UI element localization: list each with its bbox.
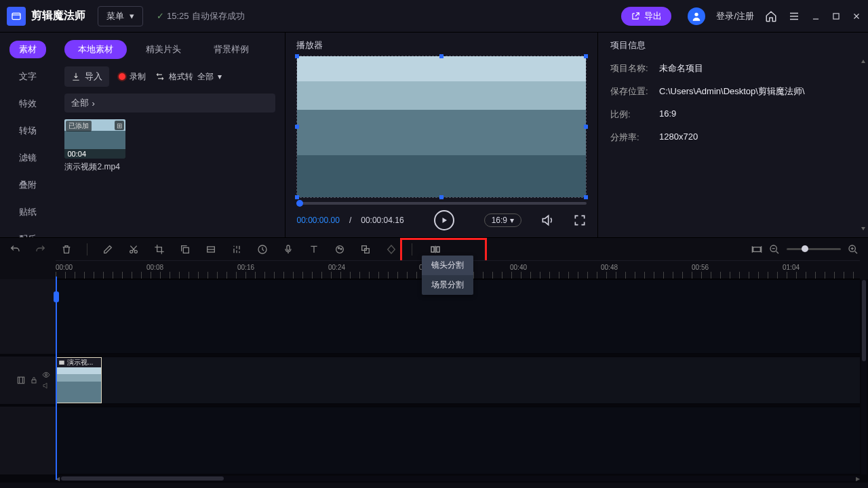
zoom-slider[interactable] [787,248,841,250]
import-button[interactable]: 导入 [64,66,109,87]
mic-icon[interactable] [283,244,294,255]
asset-thumb[interactable]: 已添加 ⊞ 00:04 演示视频2.mp4 [64,119,125,173]
lock-icon[interactable] [30,376,38,384]
chevron-right-icon: › [92,98,94,108]
ratio-icon[interactable] [205,244,216,255]
progress-knob[interactable] [296,200,303,207]
sidenav-overlay[interactable]: 叠附 [19,176,37,194]
undo-icon[interactable] [9,244,20,255]
handle-br[interactable] [584,195,588,199]
handle-tc[interactable] [439,54,443,58]
v-scroll-thumb[interactable] [862,280,866,361]
main-row: 素材 文字 特效 转场 滤镜 叠附 贴纸 配乐 本地素材 精美片头 背景样例 导… [0,33,868,237]
sidenav-filter[interactable]: 滤镜 [19,149,37,167]
time-total: 00:00:04.16 [361,216,403,225]
timeline-tracks: 演示视... [0,279,868,483]
handle-tr[interactable] [584,54,588,58]
edit-icon[interactable] [102,244,113,255]
layers-icon[interactable] [360,244,371,255]
chevron-down-icon: ▾ [218,72,222,81]
format-all-label: 全部 [197,71,214,83]
titlebar: 剪辑魔法师 菜单 ▾ ✓ 15:25 自动保存成功 导出 登录/注册 [0,0,868,33]
redo-icon[interactable] [35,244,46,255]
trash-icon[interactable] [61,244,72,255]
home-icon[interactable] [765,10,777,22]
track-body[interactable]: 演示视... [56,357,860,404]
zoom-in-icon[interactable] [848,244,859,255]
copy-icon[interactable] [180,244,191,255]
info-row-path: 保存位置:C:\Users\Admin\Desktop\剪辑魔法师\ [610,85,856,98]
opt-shot-split[interactable]: 镜头分割 [422,256,473,275]
sidenav-effects[interactable]: 特效 [19,95,37,113]
avatar[interactable] [688,7,705,25]
minimize-icon[interactable] [811,12,821,21]
tab-bg[interactable]: 背景样例 [200,40,262,59]
chevron-down-icon: ▾ [130,11,134,21]
fullscreen-icon[interactable] [573,214,587,227]
handle-mr[interactable] [584,125,588,129]
handle-bl[interactable] [295,195,299,199]
progress-bar[interactable] [296,202,587,205]
eye-icon[interactable] [42,371,50,379]
speed-icon[interactable] [257,244,268,255]
speaker-icon[interactable] [42,382,50,390]
film-icon[interactable] [16,375,26,385]
login-link[interactable]: 登录/注册 [716,10,754,22]
thumb-add-icon[interactable]: ⊞ [115,121,124,130]
info-scrollbar[interactable] [861,60,865,230]
ruler-tick: 01:04 [783,264,800,271]
aspect-ratio-select[interactable]: 16:9 ▾ [484,214,521,227]
track-row-empty-bottom [0,407,860,474]
volume-icon[interactable] [540,214,554,227]
zoom-out-icon[interactable] [769,244,780,255]
clip-thumb [56,367,101,403]
tab-intro[interactable]: 精美片头 [132,40,195,59]
handle-tl[interactable] [295,54,299,58]
crop-icon[interactable] [154,244,165,255]
ruler-tick: 00:08 [146,264,163,271]
track-body[interactable] [56,407,860,474]
record-button[interactable]: 录制 [119,71,146,83]
zoom-knob[interactable] [802,245,808,252]
sidenav-material[interactable]: 素材 [9,41,46,58]
handle-bc[interactable] [439,195,443,199]
thumb-image: 已添加 ⊞ 00:04 [64,119,125,159]
h-scroll-thumb[interactable] [61,476,224,481]
timeline-clip[interactable]: 演示视... [56,357,102,403]
handle-ml[interactable] [295,125,299,129]
opt-scene-split[interactable]: 场景分割 [422,275,473,295]
sidenav-sticker[interactable]: 贴纸 [19,203,37,221]
info-title: 项目信息 [610,39,856,52]
v-scrollbar[interactable] [861,279,867,474]
cut-icon[interactable] [128,244,139,255]
playhead[interactable] [56,277,57,480]
color-icon[interactable] [334,244,345,255]
svg-rect-2 [833,13,839,18]
svg-point-1 [695,12,698,16]
svg-point-21 [45,374,47,376]
export-button[interactable]: 导出 [621,7,671,26]
text-icon[interactable] [309,244,319,255]
time-sep: / [349,216,351,225]
format-button[interactable]: 格式转 全部 ▾ [155,71,222,83]
player-controls: 00:00:00.00 / 00:00:04.16 16:9 ▾ [296,210,587,230]
tab-local[interactable]: 本地素材 [64,40,127,59]
sidenav-transition[interactable]: 转场 [19,122,37,140]
svg-rect-5 [183,247,189,253]
maximize-icon[interactable] [831,12,841,21]
asset-toolbar: 导入 录制 格式转 全部 ▾ [64,66,275,87]
play-button[interactable] [434,210,454,230]
sidenav-text[interactable]: 文字 [19,68,37,85]
all-filter-button[interactable]: 全部 › [64,94,275,113]
video-canvas[interactable] [296,56,587,198]
h-scrollbar[interactable] [56,476,860,481]
fit-icon[interactable] [751,244,762,255]
ruler-tick: 00:00 [56,264,73,271]
close-icon[interactable] [852,12,861,21]
menu-button[interactable]: 菜单 ▾ [98,6,143,26]
hamburger-icon[interactable] [788,10,800,22]
title-right-tools: 登录/注册 [688,7,861,25]
keyframe-icon[interactable] [386,244,397,255]
adjust-icon[interactable] [231,244,242,255]
split-tool-icon[interactable] [430,244,441,255]
